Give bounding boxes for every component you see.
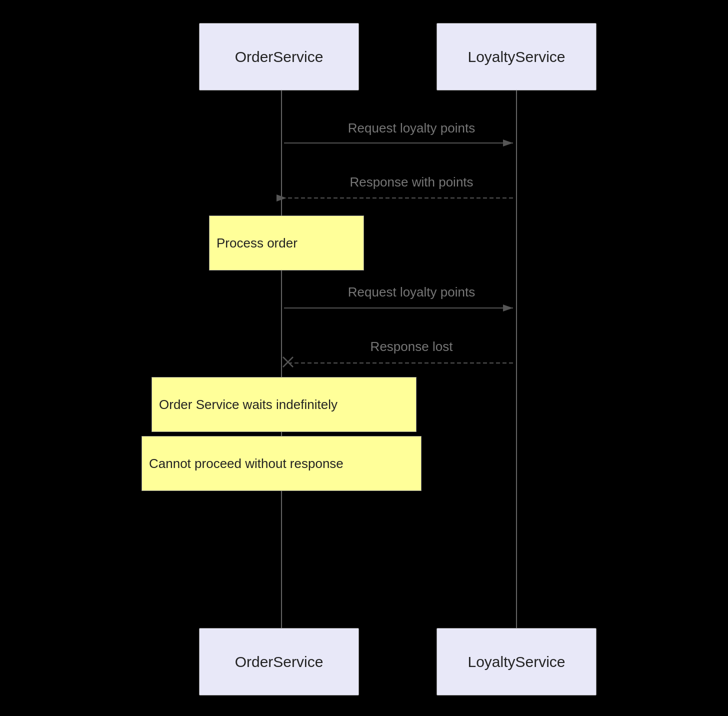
loyalty-service-box-bottom: LoyaltyService: [436, 628, 596, 696]
note-cannot-proceed: Cannot proceed without response: [142, 436, 422, 491]
sequence-diagram: OrderService LoyaltyService Request loya…: [89, 13, 639, 703]
order-service-label-top: OrderService: [235, 48, 324, 66]
loyalty-service-box-top: LoyaltyService: [436, 23, 596, 90]
arrow4-label: Response lost: [304, 339, 519, 354]
svg-line-11: [283, 357, 293, 367]
svg-line-10: [283, 357, 293, 367]
note-process-order: Process order: [209, 216, 364, 270]
arrow2-label: Response with points: [304, 174, 519, 190]
loyalty-service-label-bottom: LoyaltyService: [468, 654, 565, 670]
note-waits-indefinitely: Order Service waits indefinitely: [152, 377, 416, 432]
arrow1-label: Request loyalty points: [304, 120, 519, 136]
arrow3-label: Request loyalty points: [304, 284, 519, 300]
loyalty-service-label-top: LoyaltyService: [468, 48, 565, 66]
order-service-box-bottom: OrderService: [199, 628, 359, 696]
order-service-box-top: OrderService: [199, 23, 359, 90]
order-service-label-bottom: OrderService: [235, 654, 324, 670]
